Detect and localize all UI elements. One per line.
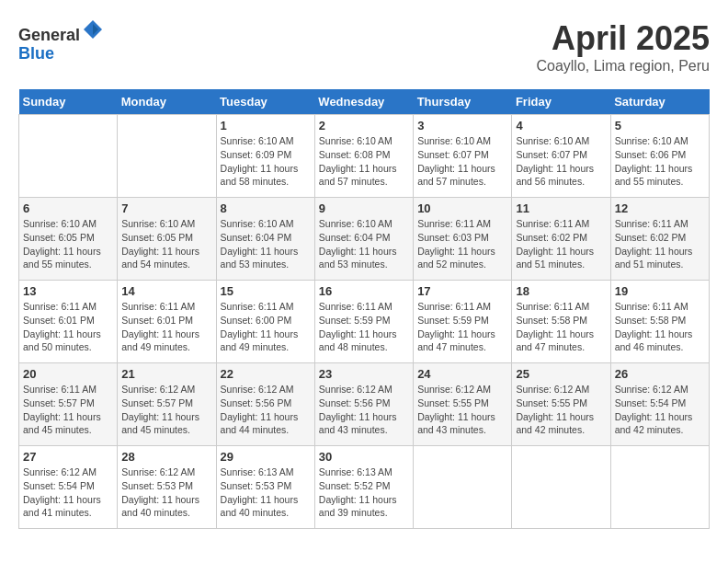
day-detail: Sunrise: 6:10 AM Sunset: 6:04 PM Dayligh… xyxy=(319,217,409,271)
day-number: 21 xyxy=(121,367,211,381)
day-number: 9 xyxy=(319,201,409,215)
day-detail: Sunrise: 6:12 AM Sunset: 5:54 PM Dayligh… xyxy=(615,383,705,437)
calendar-cell: 13Sunrise: 6:11 AM Sunset: 6:01 PM Dayli… xyxy=(19,281,118,363)
calendar-cell xyxy=(118,115,216,198)
calendar-cell: 21Sunrise: 6:12 AM Sunset: 5:57 PM Dayli… xyxy=(118,363,216,446)
calendar-cell: 18Sunrise: 6:11 AM Sunset: 5:58 PM Dayli… xyxy=(512,281,610,363)
day-detail: Sunrise: 6:11 AM Sunset: 5:59 PM Dayligh… xyxy=(319,300,409,354)
day-number: 6 xyxy=(23,201,113,215)
calendar-cell: 28Sunrise: 6:12 AM Sunset: 5:53 PM Dayli… xyxy=(118,446,216,529)
calendar-cell: 16Sunrise: 6:11 AM Sunset: 5:59 PM Dayli… xyxy=(314,281,413,363)
calendar-cell: 29Sunrise: 6:13 AM Sunset: 5:53 PM Dayli… xyxy=(216,446,314,529)
day-detail: Sunrise: 6:10 AM Sunset: 6:07 PM Dayligh… xyxy=(417,134,507,189)
day-number: 5 xyxy=(615,119,705,132)
calendar-cell: 26Sunrise: 6:12 AM Sunset: 5:54 PM Dayli… xyxy=(610,363,709,446)
day-number: 2 xyxy=(319,119,409,132)
subtitle: Coayllo, Lima region, Peru xyxy=(536,58,710,75)
day-detail: Sunrise: 6:12 AM Sunset: 5:56 PM Dayligh… xyxy=(319,383,409,437)
weekday-header: Friday xyxy=(512,89,610,115)
day-detail: Sunrise: 6:11 AM Sunset: 5:57 PM Dayligh… xyxy=(23,383,113,437)
calendar-cell: 23Sunrise: 6:12 AM Sunset: 5:56 PM Dayli… xyxy=(314,363,413,446)
calendar-cell: 24Sunrise: 6:12 AM Sunset: 5:55 PM Dayli… xyxy=(414,363,512,446)
day-number: 30 xyxy=(319,450,409,464)
title-block: April 2025 Coayllo, Lima region, Peru xyxy=(536,18,710,75)
day-number: 19 xyxy=(615,284,705,298)
calendar-cell: 9Sunrise: 6:10 AM Sunset: 6:04 PM Daylig… xyxy=(314,198,413,281)
day-number: 8 xyxy=(221,201,311,215)
calendar-cell: 10Sunrise: 6:11 AM Sunset: 6:03 PM Dayli… xyxy=(414,198,512,281)
logo-blue: Blue xyxy=(18,44,54,63)
calendar-cell: 14Sunrise: 6:11 AM Sunset: 6:01 PM Dayli… xyxy=(118,281,216,363)
calendar-header: SundayMondayTuesdayWednesdayThursdayFrid… xyxy=(19,89,710,115)
day-number: 18 xyxy=(516,284,606,298)
logo-general: General xyxy=(18,26,80,44)
day-detail: Sunrise: 6:11 AM Sunset: 6:01 PM Dayligh… xyxy=(23,300,113,354)
calendar-week-row: 13Sunrise: 6:11 AM Sunset: 6:01 PM Dayli… xyxy=(19,281,710,363)
calendar-body: 1Sunrise: 6:10 AM Sunset: 6:09 PM Daylig… xyxy=(19,115,710,529)
day-number: 10 xyxy=(417,201,507,215)
calendar-week-row: 6Sunrise: 6:10 AM Sunset: 6:05 PM Daylig… xyxy=(19,198,710,281)
logo: General Blue xyxy=(18,18,106,63)
day-detail: Sunrise: 6:10 AM Sunset: 6:05 PM Dayligh… xyxy=(23,217,113,271)
logo-icon xyxy=(82,18,104,40)
day-number: 1 xyxy=(221,119,311,132)
day-number: 27 xyxy=(23,450,113,464)
weekday-header: Saturday xyxy=(610,89,709,115)
day-detail: Sunrise: 6:10 AM Sunset: 6:05 PM Dayligh… xyxy=(121,217,211,271)
day-number: 12 xyxy=(615,201,705,215)
calendar-table: SundayMondayTuesdayWednesdayThursdayFrid… xyxy=(18,89,710,529)
day-detail: Sunrise: 6:11 AM Sunset: 6:00 PM Dayligh… xyxy=(221,300,311,354)
calendar-cell: 12Sunrise: 6:11 AM Sunset: 6:02 PM Dayli… xyxy=(610,198,709,281)
calendar-cell xyxy=(414,446,512,529)
calendar-cell: 11Sunrise: 6:11 AM Sunset: 6:02 PM Dayli… xyxy=(512,198,610,281)
calendar-cell: 8Sunrise: 6:10 AM Sunset: 6:04 PM Daylig… xyxy=(216,198,314,281)
calendar-cell xyxy=(610,446,709,529)
calendar-week-row: 1Sunrise: 6:10 AM Sunset: 6:09 PM Daylig… xyxy=(19,115,710,198)
day-number: 4 xyxy=(516,119,606,132)
main-title: April 2025 xyxy=(536,18,710,58)
day-number: 13 xyxy=(23,284,113,298)
day-detail: Sunrise: 6:11 AM Sunset: 6:03 PM Dayligh… xyxy=(417,217,507,271)
day-number: 26 xyxy=(615,367,705,381)
calendar-cell: 15Sunrise: 6:11 AM Sunset: 6:00 PM Dayli… xyxy=(216,281,314,363)
day-detail: Sunrise: 6:11 AM Sunset: 6:02 PM Dayligh… xyxy=(615,217,705,271)
weekday-header: Sunday xyxy=(19,89,118,115)
day-detail: Sunrise: 6:12 AM Sunset: 5:56 PM Dayligh… xyxy=(221,383,311,437)
calendar-cell: 19Sunrise: 6:11 AM Sunset: 5:58 PM Dayli… xyxy=(610,281,709,363)
calendar-cell: 27Sunrise: 6:12 AM Sunset: 5:54 PM Dayli… xyxy=(19,446,118,529)
weekday-header: Tuesday xyxy=(216,89,314,115)
day-detail: Sunrise: 6:11 AM Sunset: 5:58 PM Dayligh… xyxy=(516,300,606,354)
day-number: 29 xyxy=(221,450,311,464)
calendar-cell: 1Sunrise: 6:10 AM Sunset: 6:09 PM Daylig… xyxy=(216,115,314,198)
calendar-cell: 25Sunrise: 6:12 AM Sunset: 5:55 PM Dayli… xyxy=(512,363,610,446)
day-detail: Sunrise: 6:10 AM Sunset: 6:04 PM Dayligh… xyxy=(221,217,311,271)
day-number: 15 xyxy=(221,284,311,298)
day-number: 11 xyxy=(516,201,606,215)
day-detail: Sunrise: 6:10 AM Sunset: 6:08 PM Dayligh… xyxy=(319,134,409,189)
calendar-cell: 4Sunrise: 6:10 AM Sunset: 6:07 PM Daylig… xyxy=(512,115,610,198)
day-number: 24 xyxy=(417,367,507,381)
weekday-header: Monday xyxy=(118,89,216,115)
day-number: 14 xyxy=(121,284,211,298)
weekday-header: Wednesday xyxy=(314,89,413,115)
day-number: 7 xyxy=(121,201,211,215)
day-number: 25 xyxy=(516,367,606,381)
calendar-cell: 3Sunrise: 6:10 AM Sunset: 6:07 PM Daylig… xyxy=(414,115,512,198)
day-detail: Sunrise: 6:10 AM Sunset: 6:07 PM Dayligh… xyxy=(516,134,606,189)
calendar-cell: 20Sunrise: 6:11 AM Sunset: 5:57 PM Dayli… xyxy=(19,363,118,446)
calendar-cell: 6Sunrise: 6:10 AM Sunset: 6:05 PM Daylig… xyxy=(19,198,118,281)
day-detail: Sunrise: 6:12 AM Sunset: 5:54 PM Dayligh… xyxy=(23,465,113,520)
calendar-cell: 2Sunrise: 6:10 AM Sunset: 6:08 PM Daylig… xyxy=(314,115,413,198)
page-header: General Blue April 2025 Coayllo, Lima re… xyxy=(18,18,710,75)
day-detail: Sunrise: 6:10 AM Sunset: 6:09 PM Dayligh… xyxy=(221,134,311,189)
weekday-header: Thursday xyxy=(414,89,512,115)
calendar-cell xyxy=(19,115,118,198)
day-detail: Sunrise: 6:11 AM Sunset: 6:02 PM Dayligh… xyxy=(516,217,606,271)
day-detail: Sunrise: 6:12 AM Sunset: 5:53 PM Dayligh… xyxy=(121,465,211,520)
header-row: SundayMondayTuesdayWednesdayThursdayFrid… xyxy=(19,89,710,115)
day-detail: Sunrise: 6:12 AM Sunset: 5:57 PM Dayligh… xyxy=(121,383,211,437)
calendar-cell: 17Sunrise: 6:11 AM Sunset: 5:59 PM Dayli… xyxy=(414,281,512,363)
calendar-cell: 30Sunrise: 6:13 AM Sunset: 5:52 PM Dayli… xyxy=(314,446,413,529)
day-detail: Sunrise: 6:11 AM Sunset: 6:01 PM Dayligh… xyxy=(121,300,211,354)
day-detail: Sunrise: 6:13 AM Sunset: 5:53 PM Dayligh… xyxy=(221,465,311,520)
